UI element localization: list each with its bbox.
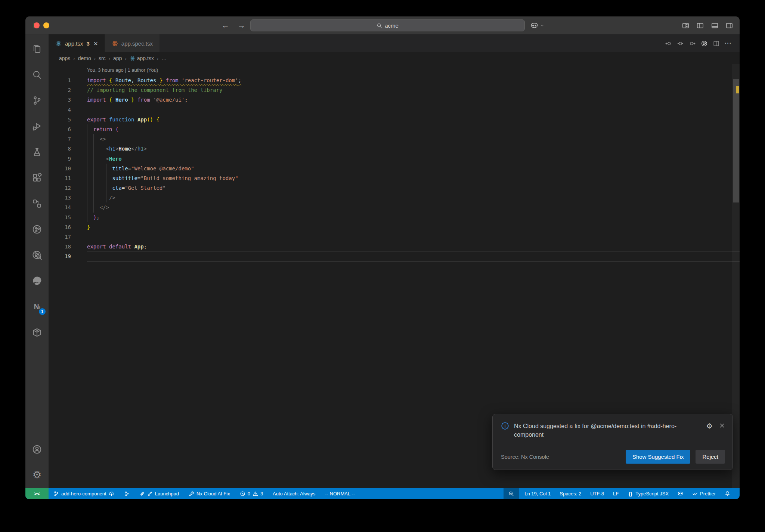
activity-edge-browser[interactable] (25, 268, 49, 294)
statusbar-language-mode[interactable]: {}TypeScript JSX (624, 488, 672, 499)
toggle-sidebar-right-icon[interactable] (726, 22, 733, 29)
code-line[interactable]: 15 ); (49, 213, 740, 222)
activity-bar: N›1⚙ (25, 34, 49, 488)
statusbar-branch[interactable]: add-hero-component (50, 488, 118, 499)
code-line[interactable]: 2// importing the component from the lib… (49, 85, 740, 95)
statusbar-auto-attach[interactable]: Auto Attach: Always (269, 488, 319, 499)
copilot-menu[interactable] (530, 16, 544, 34)
breadcrumb-separator: › (73, 56, 75, 61)
split-editor-icon[interactable] (713, 40, 719, 47)
tab-app.spec.tsx[interactable]: app.spec.tsx (105, 34, 159, 52)
more-actions-icon[interactable]: ··· (725, 40, 731, 47)
code-line[interactable]: 8 <h1>Home</h1> (49, 144, 740, 154)
copilot-icon (678, 491, 683, 497)
activity-package-explorer[interactable] (25, 319, 49, 345)
copilot-icon (530, 22, 538, 30)
activity-search[interactable] (25, 62, 49, 87)
status-bar: >< add-hero-componentLaunchpadNx Cloud A… (25, 488, 740, 499)
statusbar-zoom-indicator[interactable] (504, 488, 519, 499)
statusbar-launchpad[interactable]: Launchpad (136, 488, 182, 499)
breadcrumb-item-src[interactable]: src (99, 55, 106, 61)
next-change-icon[interactable] (689, 40, 696, 47)
line-number: 9 (49, 154, 71, 164)
tab-app.tsx[interactable]: app.tsx3× (49, 34, 105, 52)
code-line[interactable]: 19 (49, 251, 740, 261)
code-line[interactable]: 6 return ( (49, 124, 740, 134)
breadcrumb-item-demo[interactable]: demo (78, 55, 91, 61)
code-line[interactable]: 17 (49, 232, 740, 242)
customize-layout-icon[interactable] (682, 22, 689, 29)
minimize-window-button[interactable] (43, 22, 49, 28)
activity-nx-workspace[interactable] (25, 191, 49, 216)
code-line[interactable]: 5export function App() { (49, 115, 740, 124)
statusbar-copilot-status[interactable] (674, 488, 687, 499)
remote-indicator[interactable]: >< (25, 488, 49, 499)
notification-close-icon[interactable] (719, 423, 725, 429)
code-line[interactable]: 7 <> (49, 134, 740, 144)
statusbar-nx-cloud-ai-fix[interactable]: Nx Cloud AI Fix (185, 488, 233, 499)
braces-icon: {} (628, 491, 633, 497)
info-icon (501, 422, 509, 430)
code-line[interactable]: 13 /> (49, 193, 740, 202)
graph-circle-icon[interactable] (701, 40, 707, 47)
statusbar-cursor-position[interactable]: Ln 19, Col 1 (521, 488, 554, 499)
statusbar-prettier[interactable]: Prettier (689, 488, 719, 499)
statusbar-problems[interactable]: 03 (236, 488, 266, 499)
prev-change-icon[interactable] (665, 40, 672, 47)
notification-settings-gear-icon[interactable]: ⚙ (706, 423, 713, 429)
code-line[interactable]: 18export default App; (49, 242, 740, 251)
show-suggested-fix-button[interactable]: Show Suggested Fix (626, 450, 691, 464)
react-icon (130, 56, 135, 61)
activity-testing[interactable] (25, 139, 49, 165)
close-window-button[interactable] (34, 22, 40, 28)
toggle-panel-icon[interactable] (711, 22, 718, 29)
git-graph-icon (124, 491, 130, 497)
statusbar-eol[interactable]: LF (610, 488, 622, 499)
editor[interactable]: You, 3 hours ago | 1 author (You) 1impor… (49, 64, 740, 488)
statusbar-vim-mode[interactable]: -- NORMAL -- (322, 488, 358, 499)
activity-settings[interactable]: ⚙ (25, 462, 49, 488)
line-number: 14 (49, 202, 71, 212)
zoom-window-button[interactable] (34, 22, 34, 28)
reject-button[interactable]: Reject (696, 450, 725, 464)
breadcrumb-item-apps[interactable]: apps (59, 55, 70, 61)
activity-explorer[interactable] (25, 36, 49, 62)
scrollbar-thumb[interactable] (733, 79, 739, 202)
line-number: 1 (49, 75, 71, 85)
activity-accounts[interactable] (25, 436, 49, 462)
history-forward-button[interactable]: → (238, 21, 245, 30)
activity-source-control[interactable] (25, 87, 49, 113)
statusbar-encoding[interactable]: UTF-8 (587, 488, 607, 499)
activity-project-details[interactable] (25, 242, 49, 268)
breadcrumb-item-[interactable]: … (161, 55, 167, 61)
statusbar-git-graph[interactable] (121, 488, 133, 499)
statusbar-notifications-bell[interactable] (721, 488, 734, 499)
code-line[interactable]: 12 cta="Get Started" (49, 183, 740, 193)
code-line[interactable]: 3import { Hero } from '@acme/ui'; (49, 95, 740, 105)
activity-project-graph[interactable] (25, 216, 49, 242)
code-line[interactable]: 1import { Route, Routes } from 'react-ro… (49, 75, 740, 85)
tab-close-icon[interactable]: × (94, 40, 98, 47)
current-change-icon[interactable] (677, 40, 684, 47)
run-debug-icon (32, 121, 42, 131)
history-back-button[interactable]: ← (222, 21, 229, 30)
breadcrumb-item-app.tsx[interactable]: app.tsx (130, 55, 154, 61)
command-center-search[interactable]: acme (250, 19, 525, 31)
activity-extensions[interactable] (25, 165, 49, 191)
activity-run-debug[interactable] (25, 113, 49, 139)
code-line[interactable]: 16} (49, 222, 740, 232)
code-line[interactable]: 9 <Hero (49, 154, 740, 164)
code-line[interactable]: 4 (49, 105, 740, 115)
testing-icon (32, 147, 42, 157)
toggle-sidebar-left-icon[interactable] (697, 22, 704, 29)
code-line[interactable]: 10 title="Welcmoe @acme/demo" (49, 164, 740, 173)
activity-nx-console[interactable]: N›1 (25, 294, 49, 319)
code-line[interactable]: 11 subtitle="Build something amazing tod… (49, 173, 740, 183)
code-line[interactable]: 14 </> (49, 202, 740, 212)
statusbar-indentation[interactable]: Spaces: 2 (556, 488, 585, 499)
tab-label: app.spec.tsx (121, 40, 153, 47)
breadcrumb-item-app[interactable]: app (113, 55, 122, 61)
line-number: 15 (49, 213, 71, 222)
editor-scrollbar[interactable] (732, 64, 740, 488)
tab-label: app.tsx (65, 40, 83, 47)
